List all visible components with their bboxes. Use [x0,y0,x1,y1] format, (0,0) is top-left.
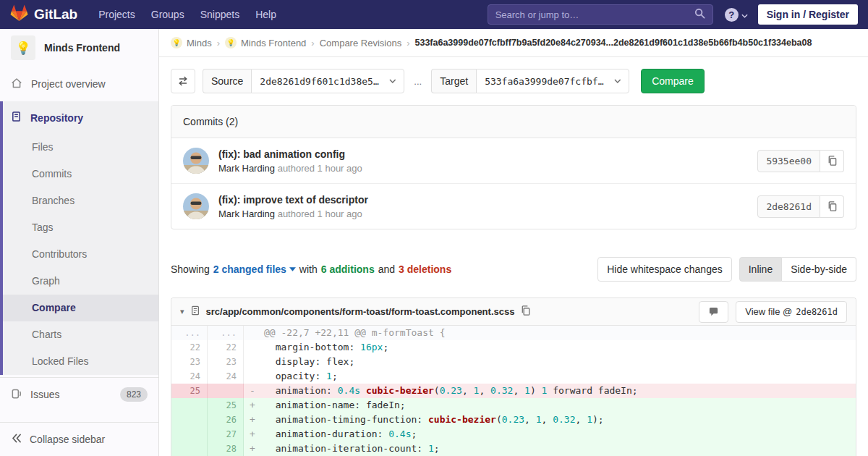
nav-link-groups[interactable]: Groups [143,0,192,29]
sidebar-item-project-overview[interactable]: Project overview [0,67,158,101]
breadcrumb-separator [311,38,314,48]
compare-button[interactable]: Compare [641,69,705,93]
nav-link-projects[interactable]: Projects [90,0,143,29]
collapse-file-caret-icon[interactable]: ▾ [180,307,184,316]
help-menu[interactable]: ? [725,8,748,22]
breadcrumb-current-revisions: 533fa6a3999de07fcfbff7b9a5fd20e84c270934… [414,38,812,48]
collapse-sidebar-label: Collapse sidebar [30,434,105,445]
nav-link-snippets[interactable]: Snippets [192,0,247,29]
changed-files-dropdown[interactable]: 2 changed files [213,263,296,275]
sidebar-item-label: Issues [30,389,59,400]
diff-line-code: + animation-duration: 0.4s; [244,427,856,442]
double-chevron-left-icon [12,434,22,445]
top-navbar: GitLab Projects Groups Snippets Help ? S… [0,0,868,29]
new-line-number[interactable]: 23 [208,355,244,369]
new-line-number[interactable]: 22 [208,340,244,355]
commit-meta: Mark Harding authored 1 hour ago [218,163,757,174]
sidebar-item-tags[interactable]: Tags [3,214,158,241]
sign-in-register-button[interactable]: Sign in / Register [758,4,858,25]
diff-line: 25 - animation: 0.4s cubic-bezier(0.23, … [171,384,856,398]
sidebar-item-branches[interactable]: Branches [3,187,158,214]
search-icon[interactable] [694,8,705,22]
sidebar-item-compare[interactable]: Compare [3,295,158,321]
target-revision-dropdown[interactable]: 533fa6a3999de07fcfbf… [476,69,629,93]
inline-view-button[interactable]: Inline [739,257,782,282]
chevron-down-icon [389,79,396,83]
breadcrumb-item-compare-revisions[interactable]: Compare Revisions [320,38,401,48]
old-line-number[interactable] [171,398,208,413]
old-line-number[interactable] [171,427,208,442]
view-file-button[interactable]: View file @ 2de8261d [736,301,847,323]
sidebar-item-graph[interactable]: Graph [3,268,158,295]
new-line-number[interactable] [208,384,244,398]
old-line-number[interactable]: ... [171,326,208,340]
target-revision-group: Target 533fa6a3999de07fcfbf… [431,69,629,93]
group-avatar: 💡 [171,37,182,48]
commit-sha[interactable]: 5935ee00 [757,150,820,172]
project-name: Minds Frontend [44,42,120,54]
swap-revisions-button[interactable] [171,69,195,93]
gitlab-logo[interactable]: GitLab [10,4,77,25]
comment-button[interactable] [699,301,728,323]
commit-title-link[interactable]: (fix): improve text of descriptor [218,194,757,206]
hide-whitespace-button[interactable]: Hide whitespace changes [597,257,732,282]
project-context[interactable]: 💡 Minds Frontend [0,29,158,67]
commits-card: Commits (2) (fix): bad animation config … [171,105,856,229]
new-line-number[interactable]: ... [208,326,244,340]
diff-line: 22 22 margin-bottom: 16px; [171,340,856,355]
project-avatar: 💡 [11,35,35,60]
old-line-number[interactable]: 24 [171,369,208,384]
commit-author-link[interactable]: Mark Harding [218,163,275,174]
sidebar-item-files[interactable]: Files [3,134,158,161]
source-label: Source [203,69,251,93]
diff-summary-bar: Showing 2 changed files with 6 additions… [171,257,856,282]
breadcrumb-item-minds[interactable]: 💡 Minds [171,37,212,48]
author-avatar[interactable] [183,148,209,174]
new-line-number[interactable]: 25 [208,398,244,413]
new-line-number[interactable]: 28 [208,442,244,456]
target-label: Target [431,69,476,93]
old-line-number[interactable]: 23 [171,355,208,369]
diff-line: 23 23 display: flex; [171,355,856,369]
source-revision-group: Source 2de8261d9f601c1d38e5… [203,69,404,93]
sidebar-item-issues[interactable]: Issues 823 [0,377,158,411]
sidebar-item-contributors[interactable]: Contributors [3,241,158,268]
old-line-number[interactable]: 25 [171,384,208,398]
sidebar-item-locked-files[interactable]: Locked Files [3,348,158,375]
diff-line-code: + animation-name: fadeIn; [244,398,856,413]
file-actions: View file @ 2de8261d [699,301,847,323]
new-line-number[interactable]: 27 [208,427,244,442]
commits-list: (fix): bad animation config Mark Harding… [171,138,856,229]
diff-line-code: opacity: 1; [244,369,856,384]
collapse-sidebar-button[interactable]: Collapse sidebar [0,422,158,456]
nav-link-help[interactable]: Help [247,0,284,29]
commit-author-link[interactable]: Mark Harding [218,208,275,219]
side-by-side-view-button[interactable]: Side-by-side [782,257,856,282]
diff-line: 24 24 opacity: 1; [171,369,856,384]
diff-line: 25 + animation-name: fadeIn; [171,398,856,413]
old-line-number[interactable]: 22 [171,340,208,355]
new-line-number[interactable]: 24 [208,369,244,384]
home-icon [11,77,22,91]
old-line-number[interactable] [171,413,208,427]
sidebar-item-charts[interactable]: Charts [3,321,158,348]
commit-row: (fix): bad animation config Mark Harding… [171,138,856,183]
breadcrumb-item-minds-frontend[interactable]: 💡 Minds Frontend [225,37,306,48]
copy-sha-button[interactable] [820,195,844,218]
old-line-number[interactable] [171,442,208,456]
sidebar-item-repository[interactable]: Repository [3,101,158,134]
copy-path-icon[interactable] [520,305,531,319]
diff-line: ... ... @@ -22,7 +22,11 @@ m-formToast { [171,326,856,340]
source-revision-dropdown[interactable]: 2de8261d9f601c1d38e5… [251,69,404,93]
new-line-number[interactable]: 26 [208,413,244,427]
sidebar-item-commits[interactable]: Commits [3,161,158,187]
commit-sha-group: 5935ee00 [757,150,844,172]
issues-count-badge: 823 [120,387,148,402]
copy-sha-button[interactable] [820,150,844,172]
commit-sha[interactable]: 2de8261d [757,195,820,218]
search-input[interactable] [495,9,694,20]
diff-line-code: @@ -22,7 +22,11 @@ m-formToast { [244,326,856,340]
project-avatar-small: 💡 [225,37,237,48]
commit-title-link[interactable]: (fix): bad animation config [218,148,757,160]
author-avatar[interactable] [183,193,209,219]
